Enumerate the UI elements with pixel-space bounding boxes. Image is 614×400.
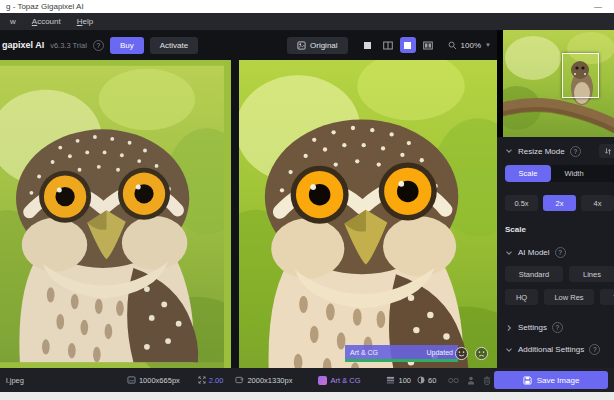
tab-width[interactable]: Width [551,165,597,182]
ai-model-help-badge[interactable]: ? [555,247,566,258]
resize-mode-help-badge[interactable]: ? [570,146,581,157]
output-image-icon [235,376,244,384]
chevron-down-icon [505,147,513,155]
tab-height[interactable]: H [597,165,614,182]
viewport-rectangle[interactable] [562,53,599,98]
chevron-right-icon [505,324,513,332]
activate-button[interactable]: Activate [150,37,198,54]
ai-model-header[interactable]: AI Model ? [505,247,614,258]
resize-mode-title: Resize Mode [518,147,565,156]
overlay-model-name: Art & CG [350,349,378,356]
zoom-control[interactable]: 100% ▼ [448,41,491,50]
original-toggle-button[interactable]: Original [287,37,348,54]
compare-view: Art & CG Updated [0,60,497,368]
disabled-tools-group [448,376,491,385]
zoom-value: 100% [461,41,481,50]
person-icon[interactable] [467,376,475,385]
save-floppy-icon [523,376,532,385]
input-size-value: 1000x665px [139,376,180,385]
statusbar: l.jpeg 1000x665px 2.00 2000x1330px Art &… [0,368,614,392]
settings-title: Settings [518,323,547,332]
toolbar: gapixel AI v6.3.3 Trial ? Buy Activate O… [0,30,497,60]
trial-help-badge[interactable]: ? [93,40,104,51]
expand-arrows-icon [198,376,206,384]
original-label: Original [310,41,338,50]
chevron-down-icon [505,346,513,354]
faces-detected-icon [448,377,459,384]
model-gradient-icon [318,376,327,385]
additional-settings-help-badge[interactable]: ? [589,344,600,355]
ai-model-row-1: Standard Lines A [505,266,614,282]
remove-blur-value: 60 [428,376,436,385]
input-size-group: 1000x665px [127,376,180,385]
filename: l.jpeg [6,376,24,385]
scale-option-05x[interactable]: 0.5x [505,195,538,211]
menu-account[interactable]: Account [32,17,61,26]
chevron-down-icon [505,249,513,257]
model-hq[interactable]: HQ [505,289,538,305]
input-image-icon [127,376,136,384]
blur-half-circle-icon [417,376,425,384]
app-version: v6.3.3 Trial [50,41,87,50]
ai-model-title: AI Model [518,248,550,257]
resize-mode-tabs: Scale Width H [505,165,614,182]
output-size-value: 2000x1330px [247,376,292,385]
model-very-compressed[interactable]: Very Com [600,289,614,305]
original-image-icon [297,41,306,50]
menubar: w Account Help [0,13,614,30]
gigapixel-window: g - Topaz Gigapixel AI — w Account Help … [0,0,614,400]
swap-units-button[interactable] [599,144,614,158]
scale-option-4x[interactable]: 4x [581,195,614,211]
after-image-panel[interactable]: Art & CG Updated [239,60,497,368]
view-split-button[interactable] [380,37,396,53]
remove-blur-group: 60 [417,376,436,385]
titlebar: g - Topaz Gigapixel AI — [0,0,614,13]
view-side-by-side-button[interactable] [400,37,416,53]
navigation-thumbnail[interactable] [497,30,614,137]
additional-settings-title: Additional Settings [518,345,584,354]
zoom-chevron-down-icon: ▼ [485,42,491,48]
before-owl-image [0,60,231,368]
swap-icon [604,147,612,156]
magnifier-icon [448,41,457,50]
view-comparison-icon [423,41,433,50]
scale-option-2x[interactable]: 2x [543,195,576,211]
model-standard[interactable]: Standard [505,266,563,282]
window-title: g - Topaz Gigapixel AI [6,2,84,11]
scale-caption: Scale [505,225,614,234]
view-single-button[interactable] [360,37,376,53]
additional-settings-header[interactable]: Additional Settings ? [505,344,614,355]
processing-status-overlay: Art & CG Updated [345,345,458,362]
menu-view-partial[interactable]: w [10,17,16,26]
after-owl-image [239,60,497,368]
ai-model-row-2: HQ Low Res Very Com [505,289,614,305]
view-comparison-button[interactable] [420,37,436,53]
model-lines[interactable]: Lines [569,266,614,282]
trash-icon[interactable] [483,376,491,385]
noise-layers-icon [386,376,395,384]
feedback-sad-face-icon[interactable] [474,346,489,361]
app-logo-text: gapixel AI [2,40,44,50]
minimize-icon[interactable]: — [588,2,608,11]
progress-bar [345,359,458,362]
active-model-name: Art & CG [330,376,360,385]
settings-help-badge[interactable]: ? [552,322,563,333]
model-low-res[interactable]: Low Res [544,289,594,305]
tab-scale[interactable]: Scale [505,165,551,182]
active-model-group: Art & CG [318,376,360,385]
view-mode-group [360,37,436,53]
window-bottom-edge [0,392,614,400]
feedback-happy-face-icon[interactable] [454,346,469,361]
buy-button[interactable]: Buy [110,37,144,54]
suppress-noise-group: 100 [386,376,411,385]
view-side-by-side-icon [403,41,412,50]
before-image-panel[interactable] [0,60,231,368]
overlay-status-text: Updated [427,349,453,356]
settings-header[interactable]: Settings ? [505,322,614,333]
settings-sidebar: Resize Mode ? Scale Width H 0.5x 2x 4x 6… [497,30,614,368]
view-split-icon [383,41,393,50]
resize-mode-header[interactable]: Resize Mode ? [505,144,614,158]
scale-factor-group: 2.00 [198,376,224,385]
menu-help[interactable]: Help [77,17,93,26]
save-image-button[interactable]: Save Image [494,371,608,389]
